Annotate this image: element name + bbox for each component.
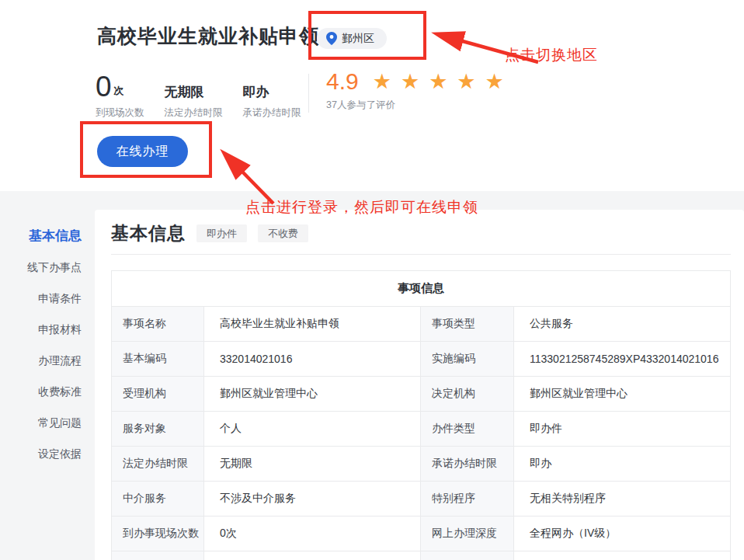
table-row: 服务对象个人办件类型即办件 bbox=[112, 412, 731, 447]
item-info-table: 事项信息 事项名称高校毕业生就业补贴申领事项类型公共服务基本编码33201402… bbox=[111, 270, 731, 560]
field-label-cell: 办件类型 bbox=[421, 412, 514, 447]
status-tag: 不收费 bbox=[258, 224, 308, 242]
field-value-cell: 无相关特别程序 bbox=[514, 482, 731, 517]
field-label-cell: 事项名称 bbox=[112, 307, 204, 342]
field-label-cell: 到办事现场次数 bbox=[112, 517, 204, 551]
status-tag: 即办件 bbox=[196, 224, 247, 242]
sidebar-item-线下办事点[interactable]: 线下办事点 bbox=[0, 252, 82, 283]
sidebar-item-常见问题[interactable]: 常见问题 bbox=[0, 408, 82, 439]
location-pin-icon bbox=[326, 32, 337, 45]
table-row: 中介服务不涉及中介服务特别程序无相关特别程序 bbox=[112, 482, 731, 517]
field-label-cell: 受理机构 bbox=[112, 377, 204, 412]
field-label-cell: 承诺办结时限 bbox=[421, 447, 514, 482]
table-row: 基本编码332014021016实施编码1133021258745289XP43… bbox=[112, 342, 731, 377]
rating-score: 4.9 bbox=[326, 68, 359, 95]
field-value-cell: 0次 bbox=[204, 517, 421, 551]
rating-block: 4.9 ★★★★★ 37人参与了评价 bbox=[326, 68, 513, 112]
page-header: 高校毕业生就业补贴申领 鄞州区 0次到现场次数无期限法定办结时限即办承诺办结时限… bbox=[0, 0, 744, 191]
sidebar-item-基本信息[interactable]: 基本信息 bbox=[0, 221, 82, 252]
stat-unit: 次 bbox=[114, 84, 124, 98]
online-apply-button[interactable]: 在线办理 bbox=[97, 136, 188, 167]
field-value-cell: 无期限 bbox=[204, 447, 421, 482]
section-title: 基本信息 bbox=[111, 221, 186, 245]
stat-value: 无期限 bbox=[165, 84, 204, 101]
stat-value: 即办 bbox=[243, 84, 269, 101]
region-badge-label: 鄞州区 bbox=[342, 32, 374, 46]
region-switcher-badge[interactable]: 鄞州区 bbox=[317, 28, 387, 49]
table-row: 受理机构鄞州区就业管理中心决定机构鄞州区就业管理中心 bbox=[112, 377, 731, 412]
table-row: 法定办结时限无期限承诺办结时限即办 bbox=[112, 447, 731, 482]
stats-rating-divider bbox=[308, 74, 309, 113]
page-title: 高校毕业生就业补贴申领 bbox=[97, 23, 319, 49]
field-value-cell: 鄞州区就业管理中心 bbox=[204, 377, 421, 412]
field-label-cell: 决定机构 bbox=[421, 377, 514, 412]
stat-label: 承诺办结时限 bbox=[243, 106, 301, 120]
rating-participants: 37人参与了评价 bbox=[326, 99, 513, 112]
card-header: 基本信息 即办件不收费 bbox=[111, 221, 731, 245]
card-divider bbox=[111, 254, 731, 255]
field-value-cell: 公共服务 bbox=[514, 307, 731, 342]
table-row: 事项名称高校毕业生就业补贴申领事项类型公共服务 bbox=[112, 307, 731, 342]
field-label-cell: 事项类型 bbox=[421, 307, 514, 342]
stat-item: 0次到现场次数 bbox=[96, 71, 144, 120]
field-label-cell: 服务对象 bbox=[112, 412, 204, 447]
field-value-cell: 1133021258745289XP4332014021016 bbox=[514, 342, 731, 377]
sidebar-item-设定依据[interactable]: 设定依据 bbox=[0, 439, 82, 470]
field-value-cell: 不涉及中介服务 bbox=[204, 482, 421, 517]
field-label-cell: 实施编码 bbox=[421, 342, 514, 377]
stat-label: 法定办结时限 bbox=[165, 106, 223, 120]
field-value-cell: 332014021016 bbox=[204, 342, 421, 377]
field-label-cell: 基本编码 bbox=[112, 342, 204, 377]
stat-value: 0 bbox=[96, 73, 112, 101]
sidebar-nav: 基本信息线下办事点申请条件申报材料办理流程收费标准常见问题设定依据 bbox=[0, 221, 82, 470]
field-value-cell: 高校毕业生就业补贴申领 bbox=[204, 307, 421, 342]
field-value-cell: 个人 bbox=[204, 412, 421, 447]
rating-stars: ★★★★★ bbox=[373, 69, 513, 94]
table-row bbox=[112, 551, 731, 560]
sidebar-item-申报材料[interactable]: 申报材料 bbox=[0, 315, 82, 346]
stat-label: 到现场次数 bbox=[96, 106, 144, 120]
sidebar-item-申请条件[interactable]: 申请条件 bbox=[0, 283, 82, 315]
stats-row: 0次到现场次数无期限法定办结时限即办承诺办结时限 bbox=[96, 71, 322, 120]
table-row: 到办事现场次数0次网上办理深度全程网办（IV级） bbox=[112, 517, 731, 551]
field-value-cell: 即办件 bbox=[514, 412, 731, 447]
field-value-cell: 即办 bbox=[514, 447, 731, 482]
sidebar-item-办理流程[interactable]: 办理流程 bbox=[0, 346, 82, 377]
basic-info-card: 基本信息 即办件不收费 事项信息 事项名称高校毕业生就业补贴申领事项类型公共服务… bbox=[95, 210, 744, 560]
field-value-cell: 鄞州区就业管理中心 bbox=[514, 377, 731, 412]
stat-item: 无期限法定办结时限 bbox=[165, 71, 223, 120]
stat-item: 即办承诺办结时限 bbox=[243, 71, 301, 120]
field-label-cell: 特别程序 bbox=[421, 482, 514, 517]
field-label-cell: 法定办结时限 bbox=[112, 447, 204, 482]
table-title: 事项信息 bbox=[112, 271, 731, 307]
field-value-cell: 全程网办（IV级） bbox=[514, 517, 731, 551]
field-label-cell: 网上办理深度 bbox=[421, 517, 514, 551]
field-label-cell: 中介服务 bbox=[112, 482, 204, 517]
sidebar-item-收费标准[interactable]: 收费标准 bbox=[0, 377, 82, 408]
